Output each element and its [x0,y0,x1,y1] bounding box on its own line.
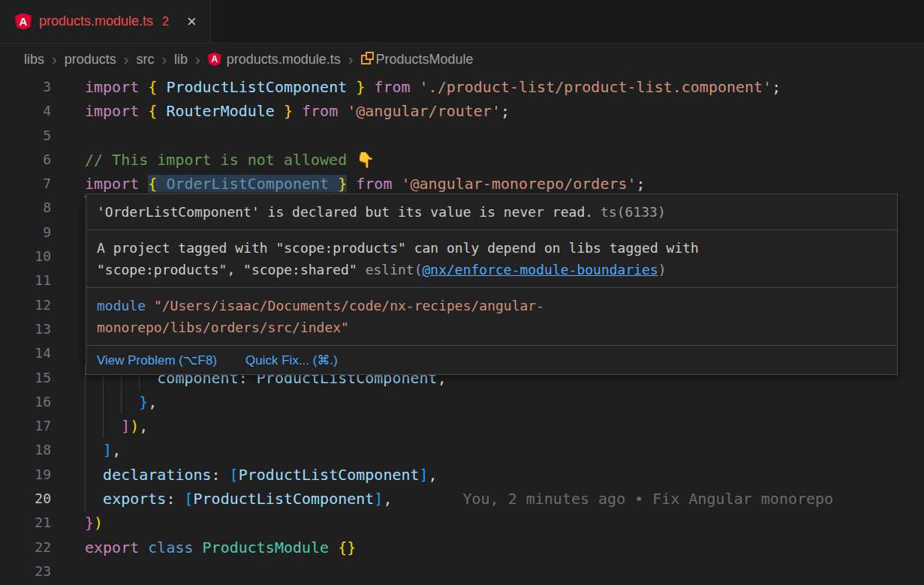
code-token: ) [130,417,139,435]
code-text: }, [85,390,924,414]
tab-title: products.module.ts [39,14,153,29]
code-token: RouterModule [166,102,275,120]
editor[interactable]: 3import { ProductListComponent } from '.… [0,75,924,585]
module-path-line1: "/Users/isaac/Documents/code/nx-recipes/… [154,298,544,314]
code-text: exports: [ProductListComponent],You, 2 m… [85,487,924,511]
breadcrumb-item-products[interactable]: products [65,52,116,68]
code-token [85,393,139,411]
code-token [85,466,103,484]
indent-guide [85,414,86,438]
line-number[interactable]: 12 [0,293,51,317]
code-token: OrderListComponent [166,175,329,193]
view-problem-action[interactable]: View Problem (⌥F8) [97,352,217,368]
line-number[interactable]: 11 [0,268,51,292]
line-number[interactable]: 22 [0,536,51,560]
breadcrumb-item-lib[interactable]: lib [174,52,188,68]
line-number[interactable]: 14 [0,341,51,365]
indent-guide [103,390,104,414]
code-line-21[interactable]: 21}) [0,511,924,535]
code-token: , [139,417,148,435]
code-token: // This import is not allowed 👇 [85,151,375,169]
code-token: ] [103,441,112,459]
code-text: // This import is not allowed 👇 [85,148,924,172]
breadcrumb-item-productsmodule[interactable]: ProductsModule [361,52,474,68]
line-number[interactable]: 10 [0,244,51,268]
code-token: ProductListComponent [166,78,347,96]
code-token [329,538,338,556]
code-token: import [85,102,148,120]
code-token: ] [420,466,429,484]
line-number[interactable]: 19 [0,463,51,487]
code-token [85,490,103,508]
eslint-message-scopes: "scope:products", "scope:shared" [97,262,366,278]
tab-products-module[interactable]: A products.module.ts 2 × [0,0,211,43]
code-token: ; [637,175,646,193]
line-number[interactable]: 15 [0,366,51,390]
code-text: import { OrderListComponent } from '@ang… [85,172,924,196]
code-text: export class ProductsModule {} [85,536,924,560]
indent-guide [85,438,86,462]
line-number[interactable]: 21 [0,511,51,535]
line-number[interactable]: 3 [0,75,51,99]
breadcrumb-label: products.module.ts [227,52,341,68]
quick-fix-action[interactable]: Quick Fix... (⌘.) [245,352,338,368]
close-icon[interactable]: × [187,14,197,30]
breadcrumb-separator-icon: › [348,52,354,67]
code-token: { [148,102,166,120]
breadcrumb-label: src [136,52,154,68]
line-number[interactable]: 6 [0,148,51,172]
code-text: import { RouterModule } from '@angular/r… [85,99,924,123]
code-line-19[interactable]: 19 declarations: [ProductListComponent], [0,463,924,487]
angular-icon: A [208,52,221,66]
breadcrumb-separator-icon: › [123,52,130,67]
line-number[interactable]: 23 [0,560,51,584]
code-text: ]), [85,414,924,438]
code-token: ; [772,78,781,96]
breadcrumb-separator-icon: › [161,52,167,67]
code-line-16[interactable]: 16 }, [0,390,924,414]
code-line-20[interactable]: 20 exports: [ProductListComponent],You, … [0,487,924,511]
eslint-rule-link[interactable]: @nx/enforce-module-boundaries [422,262,658,278]
class-symbol-icon [361,55,371,64]
breadcrumb-item-libs[interactable]: libs [24,52,44,68]
line-number[interactable]: 8 [0,196,51,220]
code-line-5[interactable]: 5 [0,124,924,148]
line-number[interactable]: 16 [0,390,51,414]
indent-guide [85,390,86,414]
code-token: from [347,175,401,193]
line-number[interactable]: 13 [0,317,51,341]
code-text: import { ProductListComponent } from './… [85,75,924,99]
hover-actions: View Problem (⌥F8) Quick Fix... (⌘.) [86,346,897,374]
code-token: , [383,490,392,508]
code-text: ], [85,438,924,462]
ts-diagnostic-message: 'OrderListComponent' is declared but its… [97,204,593,220]
line-number[interactable]: 17 [0,414,51,438]
code-line-7[interactable]: 7import { OrderListComponent } from '@an… [0,172,924,196]
line-number[interactable]: 9 [0,220,51,244]
line-number[interactable]: 4 [0,99,51,123]
code-token: class [148,538,202,556]
code-line-17[interactable]: 17 ]), [0,414,924,438]
code-line-3[interactable]: 3import { ProductListComponent } from '.… [0,75,924,99]
indent-guide [103,414,104,438]
indent-guide [85,487,86,511]
breadcrumb-separator-icon: › [51,52,58,67]
code-text: declarations: [ProductListComponent], [85,463,924,487]
code-line-18[interactable]: 18 ], [0,438,924,462]
line-number[interactable]: 5 [0,124,51,148]
line-number[interactable]: 18 [0,438,51,462]
code-token: ; [501,102,510,120]
code-line-22[interactable]: 22export class ProductsModule {} [0,536,924,560]
breadcrumb-item-products-module-ts[interactable]: Aproducts.module.ts [208,52,341,68]
code-token: } [275,102,293,120]
breadcrumb-separator-icon: › [194,52,201,67]
line-number[interactable]: 20 [0,487,51,511]
code-line-4[interactable]: 4import { RouterModule } from '@angular/… [0,99,924,123]
code-token: '@angular-monorepo/orders' [401,175,636,193]
code-line-23[interactable]: 23 [0,560,924,584]
line-number[interactable]: 7 [0,172,51,196]
code-line-6[interactable]: 6// This import is not allowed 👇 [0,148,924,172]
breadcrumb-item-src[interactable]: src [136,52,154,68]
eslint-source-open: eslint( [366,262,423,278]
code-token: {} [338,538,356,556]
